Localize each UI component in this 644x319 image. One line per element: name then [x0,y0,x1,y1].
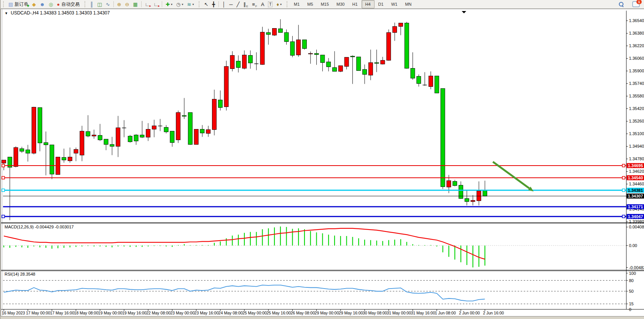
candle-body [98,136,102,140]
crosshair-button[interactable]: ╋ [210,0,217,8]
tf-h1-button[interactable]: H1 [348,0,361,8]
tile-windows-button[interactable]: ▦ [131,0,139,8]
hline-handle[interactable] [2,164,5,167]
candle-body [387,32,391,60]
new-order-button[interactable]: ▤✚新订单 [6,0,30,8]
date-tick-label: 30 May 08:00 [363,311,387,315]
notifications-button[interactable]: 1 [630,0,642,8]
bars-chart-icon: ║ [90,2,93,7]
zoom-out-button[interactable]: ⊖ [123,0,131,8]
tf-m5-button[interactable]: M5 [303,0,317,8]
indicators-button[interactable]: ✚▾ [164,0,174,8]
candle-body [429,76,433,86]
text-button[interactable]: A [259,0,266,8]
new-order-button-label: 新订单 [14,1,28,8]
toolbar-separator [162,1,162,7]
candle-body [320,55,325,62]
trendline-button[interactable]: ╱ [234,0,241,8]
candle-body [62,158,66,160]
channel-button[interactable]: ∥E [241,0,250,8]
tf-m30-button[interactable]: M30 [333,0,348,8]
toolbar-separator [218,1,219,7]
hline-handle[interactable] [2,176,5,179]
chart-canvas[interactable]: 1.365401.363801.362201.360601.359001.357… [1,0,644,319]
candle-body [381,60,385,64]
candle-body [465,198,469,201]
zoom-in-icon: ⊕ [117,2,121,7]
signals-icon[interactable]: ◎ [47,0,55,8]
tf-m1-button[interactable]: M1 [290,0,303,8]
candle-body [411,68,415,78]
toolbar-grip [287,1,289,7]
candle-body [375,62,379,63]
candle-body [393,27,397,33]
line-chart-icon: ∿ [106,2,110,7]
date-tick-label: 23 May 00:00 [170,311,194,315]
candle-body [333,67,337,71]
hline-handle[interactable] [2,215,5,218]
hline-handle[interactable] [622,164,625,167]
price-tag-label: 1.34540 [628,175,643,180]
tf-mn-button[interactable]: MN [401,0,415,8]
tf-h4-button-label: H4 [363,2,373,6]
toolbar: ▤✚新订单◆☻◎●自动交易║◫∿⊕⊖▦∟▸∟▸✚▾◷▾≋▾↖╋│─╱∥E≡FAT… [1,0,644,9]
icon-badge: ▸ [158,5,159,8]
autotrading-button[interactable]: ●自动交易 [55,0,81,8]
candle-body [212,99,217,130]
candle-body [68,157,72,161]
tf-h1-button-label: H1 [350,2,359,6]
tf-d1-button[interactable]: D1 [375,0,387,8]
candle-body [176,113,180,140]
crosshair-icon: ╋ [212,2,215,7]
window-bottom-strip [1,316,644,319]
candle-body [303,40,307,48]
hline-handle[interactable] [622,215,625,218]
date-tick-label: 24 May 08:00 [218,311,243,315]
arrows-button[interactable]: ♦▾ [274,0,284,8]
icon-subscript: F [255,5,257,8]
zoom-in-button[interactable]: ⊕ [115,0,123,8]
hline-handle[interactable] [2,189,5,191]
candle-body [26,150,30,153]
line-chart-button[interactable]: ∿ [104,0,112,8]
text-label-button[interactable]: T [266,0,274,8]
candle-body [134,135,138,141]
chart-shift-button[interactable]: ∟▸ [151,0,160,8]
periods-button[interactable]: ◷▾ [174,0,185,8]
hline-handle[interactable] [622,176,625,179]
vertical-line-icon: │ [222,2,225,7]
tf-m5-button-label: M5 [305,2,315,6]
toolbar-grip [84,1,86,7]
tf-m30-button-label: M30 [335,2,346,6]
auto-scroll-button[interactable]: ∟▸ [143,0,152,8]
cursor-icon: ↖ [204,2,208,7]
tf-m15-button[interactable]: M15 [317,0,333,8]
candlestick-chart-button[interactable]: ◫ [95,0,104,8]
candle-body [314,53,319,54]
candle-body [74,150,78,153]
vertical-line-button[interactable]: │ [220,0,227,8]
toolbar-group: ↖╋│─╱∥E≡FAT♦▾ [196,0,284,8]
community-icon[interactable]: ☻ [38,0,47,8]
candle-body [86,131,90,136]
market-depth-icon[interactable]: ◆ [30,0,38,8]
tf-w1-button[interactable]: W1 [387,0,402,8]
candle-body [453,181,457,185]
hline-handle[interactable] [622,189,625,191]
icon-badge: ▸ [149,5,151,8]
candle-body [116,128,120,147]
candle-body [284,32,289,41]
tf-h4-button[interactable]: H4 [362,0,375,8]
price-tick-label: 1.35580 [629,94,644,98]
price-tag-label: 1.34381 [628,188,643,193]
cursor-button[interactable]: ↖ [202,0,210,8]
candle-body [363,69,367,74]
search-button[interactable] [617,0,626,8]
date-tick-label: 26 May 08:00 [290,311,315,315]
horizontal-line-button[interactable]: ─ [227,0,234,8]
templates-button[interactable]: ≋▾ [185,0,196,8]
fibonacci-button[interactable]: ≡F [250,0,259,8]
macd-scale-label: -0.004834 [629,265,644,270]
bars-chart-button[interactable]: ║ [88,0,95,8]
price-tick-label: 1.35900 [629,69,644,73]
